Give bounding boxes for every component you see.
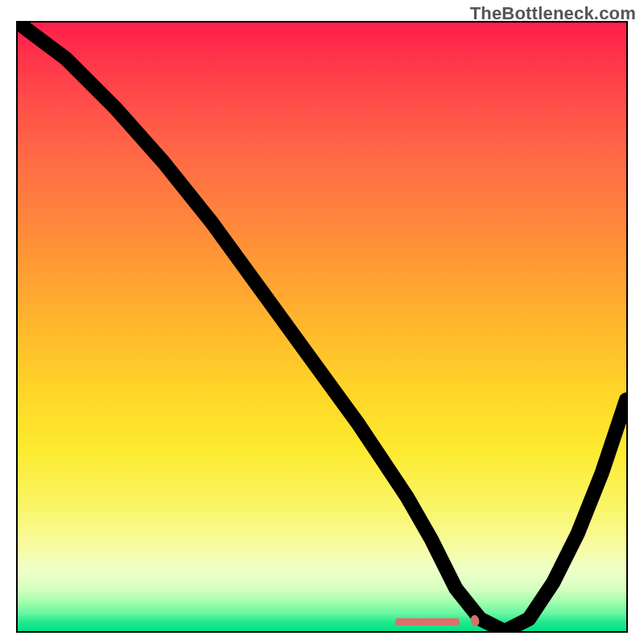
watermark-text: TheBottleneck.com — [470, 3, 636, 24]
chart-frame — [16, 21, 628, 633]
bottleneck-curve — [18, 23, 626, 631]
bottleneck-curve-path — [18, 23, 626, 631]
optimal-region-marker — [395, 618, 460, 625]
